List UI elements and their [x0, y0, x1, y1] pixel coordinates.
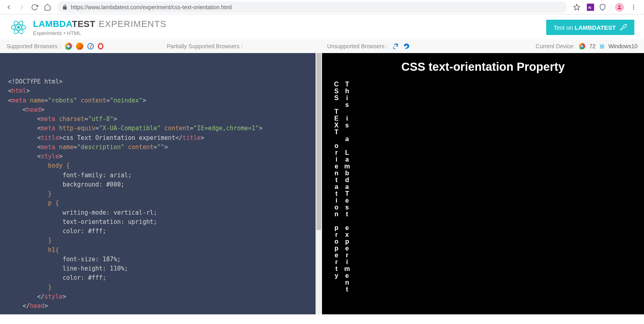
brand-title: LAMBDATESTEXPERIMENTS [33, 19, 167, 29]
edge-icon [403, 43, 410, 50]
menu-icon[interactable] [628, 2, 639, 13]
safari-icon [87, 43, 94, 49]
browser-toolbar: https://www.lambdatest.com/experiment/cs… [0, 0, 644, 14]
rocket-icon [620, 24, 627, 31]
scrollbar[interactable] [316, 53, 322, 314]
star-icon[interactable] [571, 2, 582, 13]
url-text: https://www.lambdatest.com/experiment/cs… [71, 4, 232, 10]
chrome-icon [65, 43, 72, 50]
back-button[interactable] [3, 2, 14, 13]
vertical-text-1: CSS TEXT orientation property [332, 81, 340, 293]
svg-point-10 [17, 26, 20, 29]
svg-text:N: N [588, 5, 591, 9]
svg-point-3 [619, 5, 621, 7]
partial-label: Partially Supported Browsers : [167, 43, 242, 49]
extension-onenote-icon[interactable]: N [586, 3, 594, 11]
code-editor-pane[interactable]: <!DOCTYPE html> <html> <meta name="robot… [0, 53, 322, 314]
main-panes: <!DOCTYPE html> <html> <meta name="robot… [0, 53, 644, 314]
preview-pane: CSS text-orientation Property CSS TEXT o… [322, 53, 644, 314]
unsupported-label: Unsupported Browsers : [327, 43, 388, 49]
reload-button[interactable] [29, 2, 40, 13]
site-header: LAMBDATESTEXPERIMENTS Experiments • HTML… [0, 14, 644, 39]
breadcrumb: Experiments • HTML [33, 30, 167, 36]
chrome-version: 72 [589, 43, 596, 49]
lock-icon [62, 4, 68, 10]
ie-icon [392, 43, 399, 50]
code-content: <!DOCTYPE html> <html> <meta name="robot… [0, 53, 322, 314]
scroll-thumb[interactable] [316, 53, 321, 230]
address-bar[interactable]: https://www.lambdatest.com/experiment/cs… [57, 2, 567, 13]
svg-point-5 [633, 6, 634, 8]
svg-point-4 [633, 5, 634, 6]
profile-avatar[interactable] [615, 3, 624, 12]
windows-icon: ⊞ [600, 43, 605, 49]
extension-shield-icon[interactable] [599, 3, 607, 11]
firefox-icon [76, 43, 83, 50]
supported-label: Supported Browsers : [6, 43, 61, 49]
test-on-lambdatest-button[interactable]: Test on LAMBDATEST [546, 20, 634, 35]
device-label: Current Device: [536, 43, 575, 49]
home-button[interactable] [42, 2, 53, 13]
chrome-icon [579, 43, 585, 49]
svg-point-6 [633, 8, 634, 10]
os-name: Windows10 [609, 43, 638, 49]
forward-button[interactable] [16, 2, 27, 13]
browser-support-bar: Supported Browsers : Partially Supported… [0, 39, 644, 53]
svg-marker-0 [574, 4, 580, 10]
preview-heading: CSS text-orientation Property [322, 60, 644, 74]
opera-icon [98, 43, 103, 49]
vertical-text-2: This is a LambdaTest experiment [343, 81, 350, 293]
separator [611, 3, 611, 11]
lambdatest-logo-icon [10, 18, 27, 36]
